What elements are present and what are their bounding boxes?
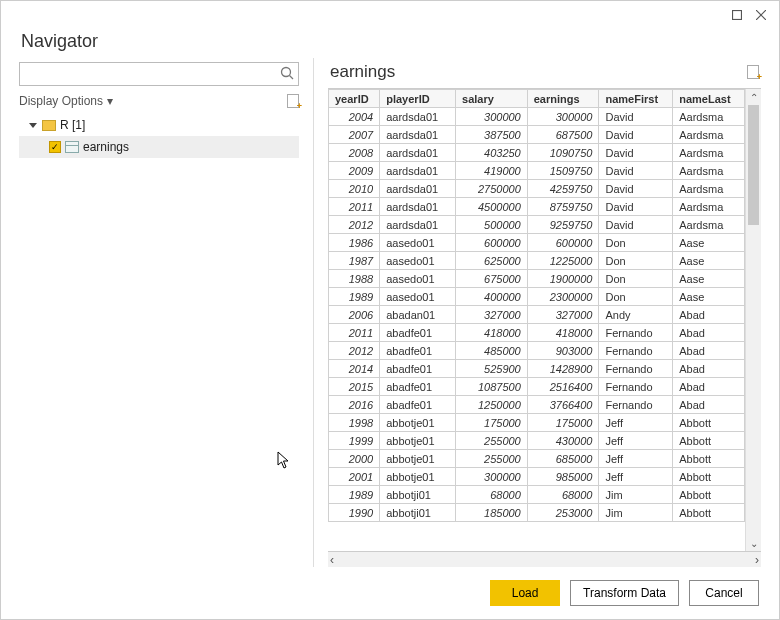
col-header-salary[interactable]: salary <box>456 90 528 108</box>
table-row[interactable]: 2011aardsda0145000008759750DavidAardsma <box>329 198 745 216</box>
cell-yearid: 1998 <box>329 414 380 432</box>
table-row[interactable]: 2011abadfe01418000418000FernandoAbad <box>329 324 745 342</box>
table-row[interactable]: 1986aasedo01600000600000DonAase <box>329 234 745 252</box>
cell-yearid: 2007 <box>329 126 380 144</box>
close-button[interactable] <box>749 5 773 25</box>
search-icon[interactable] <box>280 66 294 83</box>
cell-playerid: aardsda01 <box>380 108 456 126</box>
table-row[interactable]: 1987aasedo016250001225000DonAase <box>329 252 745 270</box>
cell-playerid: abadfe01 <box>380 342 456 360</box>
tree-root-r[interactable]: R [1] <box>19 114 299 136</box>
col-header-earnings[interactable]: earnings <box>527 90 599 108</box>
table-row[interactable]: 1999abbotje01255000430000JeffAbbott <box>329 432 745 450</box>
cell-playerid: abadfe01 <box>380 324 456 342</box>
table-row[interactable]: 2000abbotje01255000685000JeffAbbott <box>329 450 745 468</box>
table-row[interactable]: 2010aardsda0127500004259750DavidAardsma <box>329 180 745 198</box>
cell-namefirst: David <box>599 216 673 234</box>
tree-item-earnings[interactable]: earnings <box>19 136 299 158</box>
cell-yearid: 2012 <box>329 342 380 360</box>
col-header-namelast[interactable]: nameLast <box>673 90 745 108</box>
table-row[interactable]: 2006abadan01327000327000AndyAbad <box>329 306 745 324</box>
cell-namefirst: Jeff <box>599 414 673 432</box>
expand-icon[interactable] <box>29 123 37 128</box>
cell-playerid: abbotje01 <box>380 414 456 432</box>
cell-namefirst: David <box>599 144 673 162</box>
scroll-left-icon[interactable]: ‹ <box>330 553 334 567</box>
cell-earnings: 1509750 <box>527 162 599 180</box>
cell-salary: 675000 <box>456 270 528 288</box>
search-input[interactable] <box>19 62 299 86</box>
cell-playerid: aardsda01 <box>380 144 456 162</box>
cell-namelast: Abad <box>673 306 745 324</box>
cell-playerid: abbotji01 <box>380 486 456 504</box>
display-options-label: Display Options <box>19 94 103 108</box>
cell-yearid: 1988 <box>329 270 380 288</box>
table-row[interactable]: 2001abbotje01300000985000JeffAbbott <box>329 468 745 486</box>
dialog-title: Navigator <box>1 31 779 58</box>
cell-namefirst: Jim <box>599 504 673 522</box>
refresh-preview-icon[interactable] <box>747 65 759 79</box>
horizontal-scrollbar[interactable]: ‹ › <box>328 551 761 567</box>
titlebar <box>1 1 779 31</box>
table-row[interactable]: 2007aardsda01387500687500DavidAardsma <box>329 126 745 144</box>
chevron-down-icon: ▾ <box>107 94 113 108</box>
cell-yearid: 2011 <box>329 198 380 216</box>
vertical-scrollbar[interactable]: ⌃ ⌄ <box>745 89 761 551</box>
table-row[interactable]: 2014abadfe015259001428900FernandoAbad <box>329 360 745 378</box>
load-button[interactable]: Load <box>490 580 560 606</box>
cell-namelast: Aardsma <box>673 144 745 162</box>
cell-playerid: aasedo01 <box>380 234 456 252</box>
col-header-namefirst[interactable]: nameFirst <box>599 90 673 108</box>
table-row[interactable]: 1989abbotji016800068000JimAbbott <box>329 486 745 504</box>
scroll-right-icon[interactable]: › <box>755 553 759 567</box>
cell-salary: 418000 <box>456 324 528 342</box>
cell-playerid: aardsda01 <box>380 216 456 234</box>
cell-earnings: 1428900 <box>527 360 599 378</box>
cell-salary: 300000 <box>456 468 528 486</box>
cell-earnings: 9259750 <box>527 216 599 234</box>
table-row[interactable]: 2008aardsda014032501090750DavidAardsma <box>329 144 745 162</box>
table-row[interactable]: 2004aardsda01300000300000DavidAardsma <box>329 108 745 126</box>
cell-playerid: abbotje01 <box>380 432 456 450</box>
table-row[interactable]: 1998abbotje01175000175000JeffAbbott <box>329 414 745 432</box>
cell-earnings: 687500 <box>527 126 599 144</box>
cell-earnings: 1225000 <box>527 252 599 270</box>
cell-playerid: aardsda01 <box>380 180 456 198</box>
cell-salary: 300000 <box>456 108 528 126</box>
cell-yearid: 1999 <box>329 432 380 450</box>
table-row[interactable]: 2015abadfe0110875002516400FernandoAbad <box>329 378 745 396</box>
table-row[interactable]: 1989aasedo014000002300000DonAase <box>329 288 745 306</box>
cell-salary: 500000 <box>456 216 528 234</box>
right-pane: earnings yearID playerID salary earnings… <box>328 58 761 567</box>
cell-namefirst: David <box>599 180 673 198</box>
preview-grid[interactable]: yearID playerID salary earnings nameFirs… <box>328 89 745 551</box>
cell-earnings: 4259750 <box>527 180 599 198</box>
cancel-button[interactable]: Cancel <box>689 580 759 606</box>
cell-playerid: aasedo01 <box>380 252 456 270</box>
cell-yearid: 2001 <box>329 468 380 486</box>
cell-namefirst: Jeff <box>599 432 673 450</box>
table-row[interactable]: 2009aardsda014190001509750DavidAardsma <box>329 162 745 180</box>
table-row[interactable]: 2012abadfe01485000903000FernandoAbad <box>329 342 745 360</box>
cell-namefirst: Andy <box>599 306 673 324</box>
display-options-dropdown[interactable]: Display Options ▾ <box>19 94 113 108</box>
table-row[interactable]: 2012aardsda015000009259750DavidAardsma <box>329 216 745 234</box>
cell-namefirst: Don <box>599 252 673 270</box>
scroll-thumb[interactable] <box>748 105 759 225</box>
checkbox-checked-icon[interactable] <box>49 141 61 153</box>
col-header-playerid[interactable]: playerID <box>380 90 456 108</box>
table-row[interactable]: 1988aasedo016750001900000DonAase <box>329 270 745 288</box>
cell-yearid: 2014 <box>329 360 380 378</box>
scroll-up-icon[interactable]: ⌃ <box>746 89 761 105</box>
cell-playerid: abadfe01 <box>380 378 456 396</box>
preview-title: earnings <box>330 62 395 82</box>
refresh-preview-icon[interactable] <box>287 94 299 108</box>
cell-salary: 327000 <box>456 306 528 324</box>
table-row[interactable]: 2016abadfe0112500003766400FernandoAbad <box>329 396 745 414</box>
scroll-down-icon[interactable]: ⌄ <box>746 535 761 551</box>
table-row[interactable]: 1990abbotji01185000253000JimAbbott <box>329 504 745 522</box>
maximize-button[interactable] <box>725 5 749 25</box>
transform-data-button[interactable]: Transform Data <box>570 580 679 606</box>
cell-namelast: Aase <box>673 270 745 288</box>
col-header-yearid[interactable]: yearID <box>329 90 380 108</box>
